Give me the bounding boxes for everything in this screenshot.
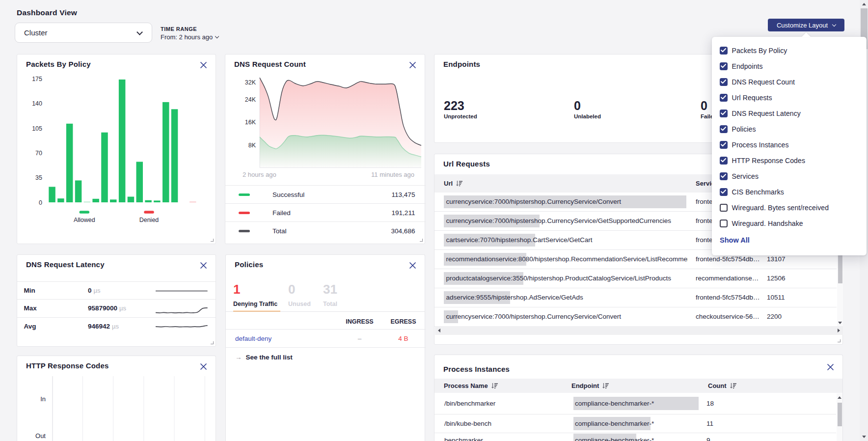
menu-item-policies[interactable]: Policies [712,121,867,137]
column-header-count[interactable]: Count [708,379,736,393]
checkbox-checked-icon[interactable] [720,157,728,165]
menu-item-label: DNS Request Latency [732,110,801,117]
svg-text:11 minutes ago: 11 minutes ago [371,171,414,178]
menu-item-dns-request-latency[interactable]: DNS Request Latency [712,106,867,121]
dns-request-latency-card: DNS Request Latency Min0µsMax95879000µsA… [17,254,216,347]
column-header-process-name[interactable]: Process Name [444,379,498,393]
menu-item-label: Wireguard. Bytes sent/received [732,204,829,212]
checkbox-unchecked-icon[interactable] [720,220,728,227]
see-full-list-link[interactable]: →See the full list [235,354,293,361]
dropdown-notch [802,32,811,37]
resize-handle[interactable] [211,239,214,242]
url-cell: recommendationservice:8080/hipstershop.R… [446,255,688,263]
resize-handle[interactable] [420,239,423,242]
menu-item-wireguard-handshake[interactable]: Wireguard. Handshake [712,216,867,231]
checkbox-checked-icon[interactable] [720,94,728,102]
checkbox-checked-icon[interactable] [720,78,728,86]
time-range-value[interactable]: From: 2 hours ago [161,33,218,41]
table-row[interactable]: adservice:9555/hipstershop.AdService/Get… [434,288,837,307]
checkbox-checked-icon[interactable] [720,47,728,55]
show-all-link[interactable]: Show All [720,236,750,244]
horizontal-scrollbar[interactable] [435,326,843,335]
checkbox-checked-icon[interactable] [720,172,728,180]
latency-sparkline [156,300,208,317]
endpoint-cell: compliance-benchmarker-* [575,437,654,441]
cluster-select[interactable]: Cluster [15,23,152,43]
stat-value: 223 [444,99,477,112]
svg-text:140: 140 [32,100,42,107]
policies-tab-total[interactable]: 31Total [323,282,337,307]
tab-count: 0 [288,282,311,296]
policies-tab-denying-traffic[interactable]: 1Denying Traffic [233,282,277,307]
service-cell: frontend-5fc5754db… [696,294,760,301]
scroll-left-icon[interactable] [438,329,440,332]
close-icon[interactable] [827,363,834,371]
legend-value: 304,686 [391,227,415,235]
close-icon[interactable] [409,61,416,69]
menu-item-process-instances[interactable]: Process Instances [712,137,867,153]
svg-text:35: 35 [35,174,42,181]
menu-item-label: HTTP Response Codes [732,157,806,165]
menu-item-label: Services [732,172,759,180]
column-header-endpoint[interactable]: Endpoint [571,379,609,393]
scroll-down-icon[interactable] [862,436,866,438]
checkbox-checked-icon[interactable] [720,125,728,133]
menu-item-endpoints[interactable]: Endpoints [712,58,867,74]
chevron-down-icon [832,22,836,26]
resize-handle[interactable] [838,339,841,342]
scroll-right-icon[interactable] [838,329,840,332]
close-icon[interactable] [200,61,207,69]
latency-value: 95879000µs [88,304,126,312]
chevron-down-icon [136,29,143,35]
scroll-down-icon[interactable] [838,322,842,324]
table-row[interactable]: currencyservice:7000/hipstershop.Currenc… [434,307,837,327]
svg-text:105: 105 [32,125,42,132]
menu-item-label: Policies [732,125,756,133]
scroll-up-icon[interactable] [862,3,866,5]
menu-item-wireguard-bytes-sent-received[interactable]: Wireguard. Bytes sent/received [712,200,867,216]
tab-label: Denying Traffic [233,301,277,307]
stat-label: Unlabeled [574,113,601,119]
service-cell: checkoutservice-56… [696,313,760,320]
menu-item-dns-request-count[interactable]: DNS Request Count [712,74,867,90]
menu-item-cis-benchmarks[interactable]: CIS Benchmarks [712,184,867,200]
legend-row: Failed191,211 [225,203,426,221]
policy-row: default-deny–4 B [226,329,426,348]
checkbox-checked-icon[interactable] [720,110,728,117]
checkbox-checked-icon[interactable] [720,188,728,196]
close-icon[interactable] [409,262,416,269]
http-response-codes-chart: InOut [17,356,217,441]
menu-item-http-response-codes[interactable]: HTTP Response Codes [712,153,867,168]
card-title: Url Requests [443,160,490,168]
table-row[interactable]: /bin/benchmarkercompliance-benchmarker-*… [434,393,836,414]
resize-handle[interactable] [211,341,214,344]
dns-request-count-card: DNS Request Count 8K16K24K32K2 hours ago… [225,54,425,244]
vertical-scrollbar[interactable] [837,393,842,441]
scrollbar-thumb[interactable] [838,403,842,426]
customize-layout-button[interactable]: Customize Layout [768,19,844,31]
policies-tab-unused[interactable]: 0Unused [288,282,311,307]
menu-item-url-requests[interactable]: Url Requests [712,90,867,106]
policy-name-link[interactable]: default-deny [235,335,271,342]
menu-item-services[interactable]: Services [712,168,867,184]
checkbox-checked-icon[interactable] [720,141,728,149]
table-row[interactable]: productcatalogservice:3550/hipstershop.P… [434,269,837,288]
latency-label: Max [24,304,36,312]
column-header-url[interactable]: Url [444,174,462,193]
tab-label: Unused [288,301,311,307]
card-title: Process Instances [443,365,510,373]
scrollbar-thumb[interactable] [838,255,842,283]
checkbox-checked-icon[interactable] [720,62,728,70]
time-range-label: TIME RANGE [161,26,218,32]
card-title: Packets By Policy [26,60,91,68]
close-icon[interactable] [200,262,207,269]
scroll-up-icon[interactable] [838,396,841,399]
menu-item-label: DNS Request Count [732,78,795,86]
table-row[interactable]: benchmarkercompliance-benchmarker-*9 [434,433,836,441]
service-cell: frontend-5fc5754db… [696,255,760,263]
checkbox-unchecked-icon[interactable] [720,204,728,212]
endpoint-cell: compliance-benchmarker-* [575,400,654,407]
menu-item-packets-by-policy[interactable]: Packets By Policy [712,43,867,58]
latency-row: Max95879000µs [17,299,216,317]
table-row[interactable]: /bin/kube-benchcompliance-benchmarker-*1… [434,414,836,433]
